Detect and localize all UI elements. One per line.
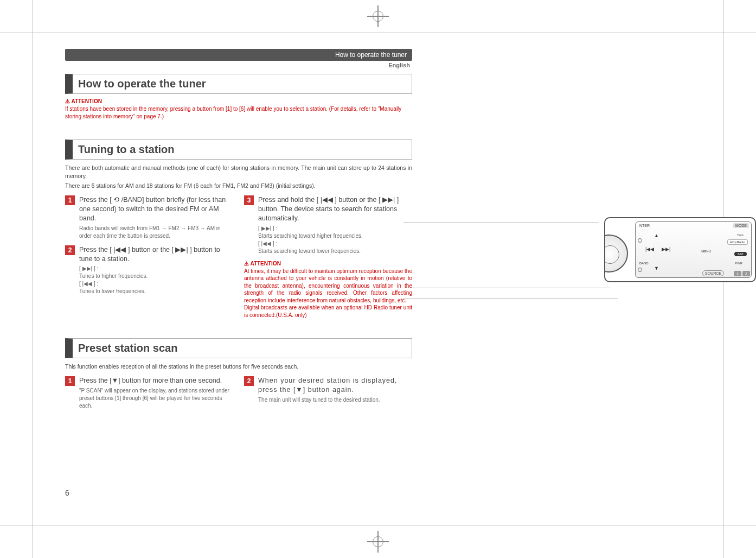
step-2: 2 Press the [ |◀◀ ] button or the [ ▶▶| … xyxy=(65,245,233,296)
step-number: 1 xyxy=(65,376,75,386)
registration-mark-top xyxy=(367,5,389,27)
section-title-preset: Preset station scan xyxy=(65,338,412,358)
label-band: BAND xyxy=(637,261,651,265)
tuning-intro-1: There are both automatic and manual meth… xyxy=(65,164,412,180)
step-number: 1 xyxy=(65,195,75,205)
step-heading: Press the [▼] button for more than one s… xyxy=(79,376,233,385)
section-title-tuning: Tuning to a station xyxy=(65,140,412,160)
section-title-operate: How to operate the tuner xyxy=(65,74,412,94)
tuning-col-right: 3 Press and hold the [ |◀◀ ] button or t… xyxy=(244,195,412,328)
crop-line xyxy=(0,525,756,525)
stereo-body: NTER MODE TAG HD) Radio SAT PWR SOURCE B… xyxy=(604,217,756,282)
label-enter: NTER xyxy=(637,223,652,228)
label-source: SOURCE xyxy=(702,270,724,276)
label-hd-radio: HD) Radio xyxy=(727,239,748,245)
stereo-screen: NTER MODE TAG HD) Radio SAT PWR SOURCE B… xyxy=(635,221,752,278)
step-number: 2 xyxy=(65,245,75,255)
preset-col-left: 1 Press the [▼] button for more than one… xyxy=(65,376,233,415)
prev-icon: |◀◀ xyxy=(645,246,654,252)
step-heading: Press the [ ⟲ /BAND] button briefly (for… xyxy=(79,195,233,223)
label-sat: SAT xyxy=(734,252,747,256)
preset-intro: This function enables reception of all t… xyxy=(65,363,412,371)
label-mode: MODE xyxy=(733,223,749,228)
tuning-col-left: 1 Press the [ ⟲ /BAND] button briefly (f… xyxy=(65,195,233,328)
leader-line xyxy=(403,299,618,299)
breadcrumb: How to operate the tuner xyxy=(65,49,412,61)
tuning-intro-2: There are 6 stations for AM and 18 stati… xyxy=(65,182,412,190)
label-menu: MENU xyxy=(699,249,713,253)
attention-label: ATTENTION xyxy=(65,98,412,104)
step-description: Radio bands will switch from FM1 → FM2 →… xyxy=(79,225,233,240)
up-icon: ▲ xyxy=(654,233,659,238)
dial-inner xyxy=(604,245,619,264)
attention-text: At times, it may be difficult to maintai… xyxy=(244,268,412,319)
preset-button-2: 2 xyxy=(742,271,750,276)
step-description: [ ▶▶| ] : Starts searching toward higher… xyxy=(258,225,412,255)
step-heading: Press the [ |◀◀ ] button or the [ ▶▶| ] … xyxy=(79,245,233,264)
step-description: The main unit will stay tuned to the des… xyxy=(258,396,412,404)
volume-dial xyxy=(604,234,628,272)
language-label: English xyxy=(65,62,412,68)
preset-step-2: 2 When your desired station is displayed… xyxy=(244,376,412,404)
tuning-columns: 1 Press the [ ⟲ /BAND] button briefly (f… xyxy=(65,195,412,328)
stereo-illustration: NTER MODE TAG HD) Radio SAT PWR SOURCE B… xyxy=(572,206,756,304)
step-3: 3 Press and hold the [ |◀◀ ] button or t… xyxy=(244,195,412,255)
preset-button-1: 1 xyxy=(734,271,741,276)
step-description: [ ▶▶| ] : Tunes to higher frequencies. [… xyxy=(79,265,233,295)
step-heading: Press and hold the [ |◀◀ ] button or the… xyxy=(258,195,412,223)
crop-line xyxy=(33,0,33,558)
leader-line xyxy=(403,223,599,223)
step-number: 2 xyxy=(244,376,254,386)
indicator-dot xyxy=(638,238,642,243)
leader-line xyxy=(403,288,610,288)
preset-columns: 1 Press the [▼] button for more than one… xyxy=(65,376,412,415)
indicator-dot xyxy=(638,268,642,272)
step-description: "P SCAN" will appear on the display, and… xyxy=(79,387,233,410)
down-icon: ▼ xyxy=(654,265,659,271)
attention-text: If stations have been stored in the memo… xyxy=(65,105,412,120)
preset-col-right: 2 When your desired station is displayed… xyxy=(244,376,412,415)
step-1: 1 Press the [ ⟲ /BAND] button briefly (f… xyxy=(65,195,233,240)
step-number: 3 xyxy=(244,195,254,205)
label-tag: TAG xyxy=(735,233,746,237)
attention-label: ATTENTION xyxy=(244,261,412,267)
page-content: How to operate the tuner English How to … xyxy=(65,49,412,415)
preset-step-1: 1 Press the [▼] button for more than one… xyxy=(65,376,233,410)
step-heading: When your desired station is displayed, … xyxy=(258,376,412,395)
registration-mark-bottom xyxy=(367,531,389,553)
preset-buttons: 1 2 xyxy=(734,271,750,276)
label-pwr: PWR xyxy=(733,261,745,265)
crop-line xyxy=(0,33,756,33)
next-icon: ▶▶| xyxy=(662,246,670,252)
page-number: 6 xyxy=(65,489,69,497)
